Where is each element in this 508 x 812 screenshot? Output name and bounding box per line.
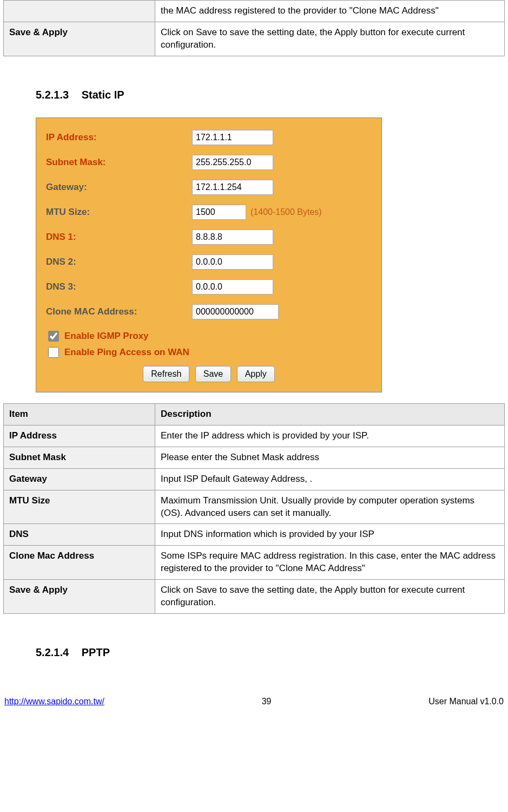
section-heading-pptp: 5.2.1.4 PPTP bbox=[36, 646, 505, 659]
dns3-input[interactable] bbox=[192, 279, 273, 294]
table-header-desc: Description bbox=[155, 403, 505, 425]
desc-cell: Some ISPs require MAC address registrati… bbox=[155, 546, 505, 580]
item-cell: MTU Size bbox=[4, 490, 155, 524]
apply-button[interactable]: Apply bbox=[237, 366, 275, 382]
refresh-button[interactable]: Refresh bbox=[143, 366, 189, 382]
item-cell: Save & Apply bbox=[4, 580, 155, 614]
table-row: Save & Apply Click on Save to save the s… bbox=[4, 22, 505, 56]
dns3-label: DNS 3: bbox=[46, 281, 192, 292]
clone-mac-label: Clone MAC Address: bbox=[46, 306, 192, 317]
enable-ping-label: Enable Ping Access on WAN bbox=[64, 347, 189, 358]
item-cell: Gateway bbox=[4, 468, 155, 490]
section-heading-static-ip: 5.2.1.3 Static IP bbox=[36, 89, 505, 101]
table-row: Gateway Input ISP Default Gateway Addres… bbox=[4, 468, 505, 490]
static-ip-config-panel: IP Address: Subnet Mask: Gateway: MTU Si… bbox=[36, 117, 382, 392]
gateway-input[interactable] bbox=[192, 180, 273, 195]
item-cell: Subnet Mask bbox=[4, 447, 155, 468]
enable-ping-checkbox[interactable] bbox=[48, 347, 59, 358]
section-title: PPTP bbox=[82, 646, 110, 658]
item-cell: Clone Mac Address bbox=[4, 546, 155, 580]
desc-cell: the MAC address registered to the provid… bbox=[155, 1, 505, 22]
footer-version: User Manual v1.0.0 bbox=[428, 697, 504, 706]
mtu-size-hint: (1400-1500 Bytes) bbox=[250, 207, 322, 217]
top-partial-table: the MAC address registered to the provid… bbox=[3, 0, 505, 56]
table-row: IP Address Enter the IP address which is… bbox=[4, 425, 505, 447]
desc-cell: Maximum Transmission Unit. Usually provi… bbox=[155, 490, 505, 524]
dns2-input[interactable] bbox=[192, 254, 273, 270]
desc-cell: Input ISP Default Gateway Address, . bbox=[155, 468, 505, 490]
dns2-label: DNS 2: bbox=[46, 257, 192, 267]
enable-igmp-label: Enable IGMP Proxy bbox=[64, 331, 149, 342]
table-header-item: Item bbox=[4, 403, 155, 425]
enable-igmp-checkbox[interactable] bbox=[48, 331, 59, 342]
table-row: Save & Apply Click on Save to save the s… bbox=[4, 580, 505, 614]
dns1-input[interactable] bbox=[192, 230, 273, 245]
desc-cell: Input DNS information which is provided … bbox=[155, 524, 505, 546]
dns1-label: DNS 1: bbox=[46, 232, 192, 243]
item-cell: IP Address bbox=[4, 425, 155, 447]
table-row: Subnet Mask Please enter the Subnet Mask… bbox=[4, 447, 505, 468]
section-number: 5.2.1.4 bbox=[36, 646, 69, 658]
gateway-label: Gateway: bbox=[46, 182, 192, 193]
section-title: Static IP bbox=[82, 89, 124, 101]
desc-cell: Enter the IP address which is provided b… bbox=[155, 425, 505, 447]
page-number: 39 bbox=[262, 697, 272, 706]
desc-cell: Click on Save to save the setting date, … bbox=[155, 580, 505, 614]
mtu-size-label: MTU Size: bbox=[46, 207, 192, 218]
table-row: Clone Mac Address Some ISPs require MAC … bbox=[4, 546, 505, 580]
table-row: DNS Input DNS information which is provi… bbox=[4, 524, 505, 546]
desc-cell: Please enter the Subnet Mask address bbox=[155, 447, 505, 468]
subnet-mask-label: Subnet Mask: bbox=[46, 157, 192, 168]
item-cell bbox=[4, 1, 155, 22]
clone-mac-input[interactable] bbox=[192, 304, 279, 319]
desc-cell: Click on Save to save the setting date, … bbox=[155, 22, 505, 56]
table-row: MTU Size Maximum Transmission Unit. Usua… bbox=[4, 490, 505, 524]
footer-url-link[interactable]: http://www.sapido.com.tw/ bbox=[4, 697, 104, 706]
ip-address-label: IP Address: bbox=[46, 132, 192, 143]
static-ip-description-table: Item Description IP Address Enter the IP… bbox=[3, 403, 505, 614]
item-cell: Save & Apply bbox=[4, 22, 155, 56]
save-button[interactable]: Save bbox=[195, 366, 231, 382]
subnet-mask-input[interactable] bbox=[192, 155, 273, 170]
page-footer: http://www.sapido.com.tw/ 39 User Manual… bbox=[3, 697, 505, 712]
ip-address-input[interactable] bbox=[192, 130, 273, 145]
item-cell: DNS bbox=[4, 524, 155, 546]
section-number: 5.2.1.3 bbox=[36, 89, 69, 101]
table-row: the MAC address registered to the provid… bbox=[4, 1, 505, 22]
mtu-size-input[interactable] bbox=[192, 205, 246, 220]
